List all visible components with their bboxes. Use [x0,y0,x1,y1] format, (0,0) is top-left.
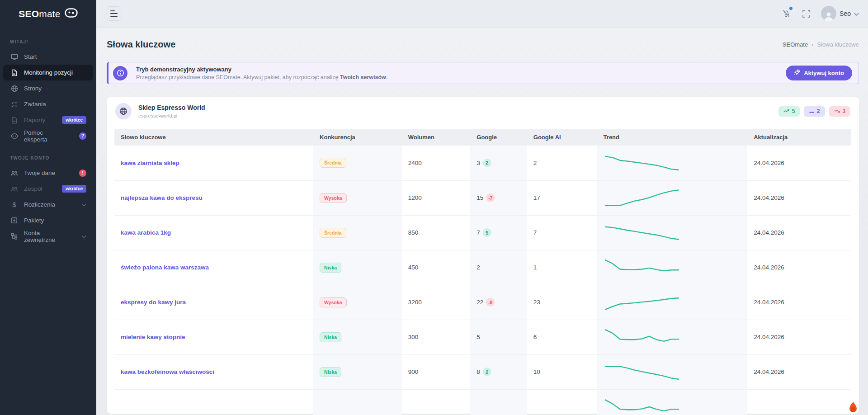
notifications-muted-icon[interactable] [781,9,791,19]
google-ai-position: 7 [527,215,597,250]
monitor-icon [10,53,18,61]
breadcrumb-current: Słowa kluczowe [817,41,859,48]
updated-date: 24.04.2026 [747,320,851,354]
google-ai-position: 10 [527,354,597,389]
sidebar: SEOmate WITAJ! Start Monitoring pozycji … [0,0,96,415]
updated-date: 24.04.2026 [747,180,851,215]
trend-sparkline [604,360,680,384]
competition-badge: Wysoka [320,297,347,307]
google-ai-position: 2 [527,146,597,180]
position-delta-badge: 5 [483,228,491,237]
alert-badge: ! [79,170,86,177]
sidebar-item-start[interactable]: Start [3,49,93,65]
keyword-link[interactable]: kawa arabica 1kg [121,229,171,236]
competition-badge: Wysoka [320,193,347,203]
sidebar-item-twoje-dane[interactable]: Twoje dane ! [3,165,93,181]
table-row: kawa ziarnista sklep Średnia 2400 32 2 2… [114,146,851,180]
activate-account-button[interactable]: Aktywuj konto [786,66,852,80]
competition-badge: Średnia [320,158,346,168]
keyword-link[interactable]: najlepsza kawa do ekspresu [121,194,203,201]
updated-date: 24.04.2026 [747,354,851,389]
sidebar-item-monitoring-pozycji[interactable]: Monitoring pozycji [3,65,93,80]
robot-helper-icon [10,132,18,140]
google-position: 2 [476,264,480,271]
col-header-google-ai: Google AI [527,129,597,146]
banner-title: Tryb demonstracyjny aktywowany [136,66,387,73]
sidebar-item-zespol[interactable]: Zespół wkrótce [3,181,93,197]
site-domain: espresso-world.pl [138,113,205,118]
dollar-icon: $ [10,201,18,208]
site-globe-icon [115,103,132,119]
volume-value: 850 [402,215,471,250]
minus-icon [809,108,814,114]
competition-badge: Niska [320,367,341,377]
keyword-link[interactable]: kawa bezkofeinowa właściwości [121,368,214,375]
keyword-link[interactable]: kawa ziarnista sklep [121,160,179,166]
sidebar-item-zadania[interactable]: Zadania [3,96,93,112]
col-header-volume: Wolumen [402,129,471,146]
banner-subtitle: Przeglądasz przykładowe dane SEOmate. Ak… [136,74,387,80]
table-row: ekspresy do kawy jura Wysoka 3200 22-8 2… [114,285,851,320]
table-row: mielenie kawy stopnie Niska 300 5 6 24.0… [114,320,851,354]
trend-sparkline [604,395,680,415]
table-row: najlepsza kawa do ekspresu Wysoka 1200 1… [114,180,851,215]
app-logo-text: SEOmate [19,9,60,19]
breadcrumb-root[interactable]: SEOmate [783,41,808,48]
volume-value: 1200 [402,180,471,215]
sidebar-item-label: Raporty [24,117,45,123]
table-header-row: Słowo kluczowe Konkurencja Wolumen Googl… [114,129,851,146]
google-position: 22 [476,299,483,306]
position-delta-badge: 2 [483,159,491,167]
debug-toolbar-flame-icon[interactable] [848,402,858,413]
chevron-down-icon [81,201,86,208]
trend-up-icon [783,108,789,114]
site-stats: 5 2 3 [778,106,850,117]
sidebar-toggle-button[interactable] [107,6,121,21]
sidebar-item-label: Monitoring pozycji [24,69,73,76]
trend-sparkline [604,221,680,245]
chevron-down-icon [81,233,86,240]
sidebar-item-rozliczenia[interactable]: $ Rozliczenia [3,197,93,212]
trend-sparkline [604,255,680,280]
keyword-link[interactable]: mielenie kawy stopnie [121,334,185,340]
sidebar-item-konta-zewnetrzne[interactable]: Konta zewnętrzne [3,228,93,244]
col-header-keyword: Słowo kluczowe [114,129,313,146]
sidebar-item-label: Konta zewnętrzne [24,230,70,243]
breadcrumb: SEOmate › Słowa kluczowe [783,41,859,48]
sidebar-item-strony[interactable]: Strony [3,80,93,96]
sitemap-icon [10,232,18,240]
sidebar-item-pomoc-eksperta[interactable]: Pomoc eksperta ? [3,128,93,144]
fullscreen-icon[interactable] [801,9,811,19]
position-delta-badge: 2 [483,368,491,376]
topbar: Seo [96,0,868,28]
competition-badge: Średnia [320,228,346,238]
sidebar-item-label: Start [24,53,37,60]
stat-neutral-badge: 2 [804,106,825,117]
competition-badge: Niska [320,332,341,342]
sidebar-item-label: Rozliczenia [24,201,55,208]
keyword-link[interactable]: świeżo palona kawa warszawa [121,264,209,271]
position-delta-badge: -7 [486,193,495,202]
keywords-card: Sklep Espresso World espresso-world.pl 5… [107,97,859,414]
app-logo[interactable]: SEOmate [0,0,96,28]
table-row [114,389,851,415]
sidebar-item-label: Strony [24,85,42,92]
table-row: kawa arabica 1kg Średnia 850 75 7 24.04.… [114,215,851,250]
updated-date: 24.04.2026 [747,146,851,180]
google-position: 7 [476,229,480,236]
table-row: kawa bezkofeinowa właściwości Niska 900 … [114,354,851,389]
google-position: 8 [476,368,480,375]
volume-value: 2400 [402,146,471,180]
report-file-icon [10,116,18,124]
volume-value: 450 [402,250,471,285]
sidebar-item-pakiety[interactable]: Pakiety [3,212,93,228]
site-row: Sklep Espresso World espresso-world.pl 5… [114,97,851,125]
keyword-link[interactable]: ekspresy do kawy jura [121,299,186,306]
google-ai-position: 1 [527,250,597,285]
google-ai-position: 17 [527,180,597,215]
google-ai-position: 23 [527,285,597,320]
sidebar-item-label: Zespół [24,185,42,192]
document-icon [10,69,18,76]
sidebar-item-raporty[interactable]: Raporty wkrótce [3,112,93,128]
user-menu[interactable]: Seo [821,6,859,21]
